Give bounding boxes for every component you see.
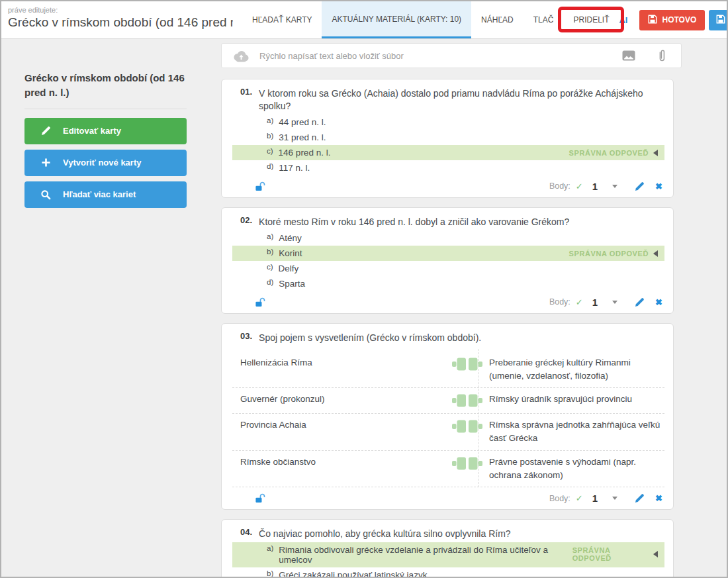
image-icon[interactable]	[622, 50, 635, 61]
points-label: Body:	[549, 181, 570, 191]
option-text: 117 n. l.	[279, 163, 310, 173]
option-letter: a)	[267, 232, 273, 240]
option-letter: c)	[267, 263, 273, 271]
ai-button[interactable]: AI	[619, 15, 627, 25]
edit-card-icon[interactable]	[635, 181, 645, 191]
plus-icon	[28, 158, 63, 168]
match-connector-icon[interactable]	[445, 355, 489, 372]
answer-option[interactable]: d) 117 n. l.	[232, 160, 664, 175]
card-controls: Body: ✓ 1 ✖	[549, 297, 662, 308]
quick-text-input[interactable]	[258, 50, 622, 62]
question-card-01: 01. V ktorom roku sa Grécko (Achaia) dos…	[221, 79, 674, 198]
check-icon: ✓	[576, 297, 583, 307]
tab-bar: HĽADAŤ KARTYAKTUÁLNY MATERIÁL (KARTY: 10…	[242, 1, 619, 38]
delete-card-icon[interactable]: ✖	[655, 181, 662, 191]
points-label: Body:	[549, 494, 570, 503]
match-connector-icon[interactable]	[445, 391, 489, 409]
card-controls: Body: ✓ 1 ✖	[549, 493, 662, 504]
card-controls: Body: ✓ 1 ✖	[549, 181, 662, 192]
match-row: Hellenizácia Ríma Preberanie gréckej kul…	[232, 352, 664, 389]
points-value[interactable]: 1	[592, 297, 598, 308]
caret-down-icon[interactable]	[612, 185, 617, 188]
tab-1[interactable]: HĽADAŤ KARTY	[242, 1, 322, 38]
pencil-icon	[28, 126, 63, 136]
save-button[interactable]	[709, 10, 728, 30]
answer-option[interactable]: d) Sparta	[232, 276, 664, 291]
points-value[interactable]: 1	[592, 493, 598, 504]
match-row: Provincia Achaia Rímska správna jednotka…	[232, 414, 664, 451]
card-footer: Body: ✓ 1 ✖	[222, 291, 673, 310]
match-term[interactable]: Provincia Achaia	[232, 417, 445, 430]
option-text: Gréci zakázali používať latinský jazyk	[279, 570, 427, 578]
quick-bar-icons	[622, 49, 681, 63]
option-text: Sparta	[279, 279, 305, 289]
correct-answer-badge: SPRÁVNA ODPOVEĎ	[569, 250, 658, 258]
correct-answer-label: SPRÁVNA ODPOVEĎ	[569, 250, 649, 258]
tab-2[interactable]: AKTUÁLNY MATERIÁL (KARTY: 10)	[322, 1, 471, 38]
correct-answer-badge: SPRÁVNA ODPOVEĎ	[572, 546, 658, 562]
unlock-icon[interactable]	[255, 181, 265, 192]
match-definition[interactable]: Právne postavenie s výhodami (napr. ochr…	[489, 454, 664, 483]
sidebar-button-plus[interactable]: Vytvoriť nové karty	[24, 150, 187, 176]
answer-option[interactable]: b) Gréci zakázali používať latinský jazy…	[232, 567, 664, 578]
answer-option[interactable]: b) Korint SPRÁVNA ODPOVEĎ	[232, 246, 664, 261]
tab-4[interactable]: TLAČ	[523, 1, 564, 38]
sidebar-button-pencil[interactable]: Editovať karty	[24, 118, 187, 144]
answer-option[interactable]: b) 31 pred n. l.	[232, 130, 664, 145]
sidebar-material-title: Grécko v rímskom období (od 146 pred n. …	[24, 71, 187, 109]
points-value[interactable]: 1	[592, 181, 598, 192]
option-text: Delfy	[279, 264, 299, 273]
option-letter: a)	[267, 544, 273, 552]
match-area: Hellenizácia Ríma Preberanie gréckej kul…	[232, 352, 664, 488]
match-connector-icon[interactable]	[445, 417, 489, 434]
edit-card-icon[interactable]	[635, 493, 645, 503]
app-window: práve editujete: Grécko v rímskom období…	[0, 0, 728, 578]
unlock-icon[interactable]	[255, 493, 265, 504]
question-number: 02.	[240, 215, 252, 228]
tab-5[interactable]: PRIDELIŤ	[563, 1, 619, 38]
triangle-left-icon	[653, 250, 658, 257]
paperclip-icon[interactable]	[658, 49, 666, 63]
unlock-icon[interactable]	[255, 297, 265, 308]
sidebar-button-search[interactable]: Hľadať viac kariet	[24, 181, 187, 208]
question-text: V ktorom roku sa Grécko (Achaia) dostalo…	[259, 87, 662, 113]
answer-option[interactable]: c) 146 pred n. l. SPRÁVNA ODPOVEĎ	[232, 145, 664, 160]
editing-label: práve editujete:	[8, 6, 233, 14]
answer-option[interactable]: a) 44 pred n. l.	[232, 115, 664, 130]
delete-card-icon[interactable]: ✖	[655, 493, 662, 503]
match-term[interactable]: Guvernér (prokonzul)	[232, 391, 445, 404]
match-row: Rímske občianstvo Právne postavenie s vý…	[232, 451, 664, 488]
answer-option[interactable]: a) Atény	[232, 230, 664, 246]
card-list: 01. V ktorom roku sa Grécko (Achaia) dos…	[221, 79, 684, 578]
caret-down-icon[interactable]	[612, 301, 617, 304]
card-footer: Body: ✓ 1 ✖	[222, 487, 673, 506]
match-connector-icon[interactable]	[445, 454, 489, 471]
question-row: 03. Spoj pojem s vysvetlením (Grécko v r…	[222, 332, 673, 346]
match-definition[interactable]: Rímsky úradník spravujúci provinciu	[489, 391, 664, 406]
question-number: 03.	[240, 331, 252, 344]
tab-3[interactable]: NÁHĽAD	[471, 1, 523, 38]
option-text: Korint	[279, 248, 302, 258]
document-title: Grécko v rímskom období (od 146 pred n. …	[8, 15, 233, 30]
match-term[interactable]: Hellenizácia Ríma	[232, 355, 445, 367]
edit-card-icon[interactable]	[635, 297, 645, 307]
triangle-left-icon	[653, 551, 658, 557]
answer-option[interactable]: c) Delfy	[232, 261, 664, 276]
delete-card-icon[interactable]: ✖	[655, 297, 662, 307]
match-definition[interactable]: Preberanie gréckej kultúry Rimanmi (umen…	[489, 355, 664, 383]
caret-down-icon[interactable]	[612, 497, 617, 500]
done-button[interactable]: HOTOVO	[639, 10, 705, 30]
topbar-actions: AI HOTOVO ✖	[619, 1, 728, 38]
match-term[interactable]: Rímske občianstvo	[232, 454, 445, 467]
option-letter: b)	[267, 569, 273, 577]
option-letter: b)	[267, 132, 273, 140]
answer-option[interactable]: a) Rimania obdivovali grécke vzdelanie a…	[232, 542, 664, 567]
match-definition[interactable]: Rímska správna jednotka zahŕňajúca veľkú…	[489, 417, 664, 446]
document-info: práve editujete: Grécko v rímskom období…	[1, 1, 233, 38]
correct-answer-badge: SPRÁVNA ODPOVEĎ	[569, 149, 658, 157]
option-text: 146 pred n. l.	[279, 148, 331, 158]
quick-add-bar[interactable]	[221, 43, 682, 68]
question-number: 04.	[240, 527, 252, 540]
question-number: 01.	[240, 87, 252, 112]
points-label: Body:	[549, 297, 570, 307]
